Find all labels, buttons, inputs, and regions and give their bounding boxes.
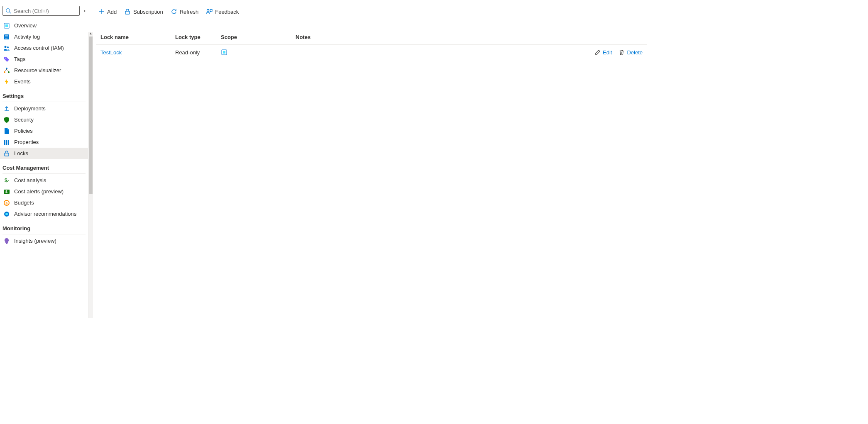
lock-name-link[interactable]: TestLock xyxy=(100,49,122,56)
toolbar-label: Subscription xyxy=(133,9,163,15)
bulb-icon xyxy=(3,238,10,244)
svg-rect-3 xyxy=(5,24,8,27)
svg-point-13 xyxy=(8,71,10,73)
svg-rect-17 xyxy=(6,140,7,145)
svg-line-1 xyxy=(10,12,11,14)
sidebar-item-label: Tags xyxy=(14,56,25,62)
search-input[interactable] xyxy=(14,8,77,14)
delete-label: Delete xyxy=(627,49,643,56)
locks-table: Lock name Lock type Scope Notes TestLock… xyxy=(96,31,647,60)
sidebar-item-label: Locks xyxy=(14,150,28,156)
visualizer-icon xyxy=(3,67,10,74)
toolbar: Add Subscription Refresh Feedback xyxy=(96,4,651,19)
sidebar-item-insights[interactable]: Insights (preview) xyxy=(0,235,88,246)
sidebar: ‹‹ Overview Activity log xyxy=(0,0,88,318)
dollar-icon: $ xyxy=(3,177,10,184)
sidebar-item-advisor[interactable]: Advisor recommendations xyxy=(0,208,88,219)
sidebar-item-label: Cost analysis xyxy=(14,177,46,183)
subscription-button[interactable]: Subscription xyxy=(124,8,163,15)
sidebar-item-label: Overview xyxy=(14,22,37,29)
sidebar-item-locks[interactable]: Locks xyxy=(0,148,88,159)
sidebar-item-label: Insights (preview) xyxy=(14,238,56,244)
advisor-icon xyxy=(3,211,10,217)
sidebar-item-cost-alerts[interactable]: $ Cost alerts (preview) xyxy=(0,186,88,197)
delete-button[interactable]: Delete xyxy=(619,49,643,56)
svg-point-12 xyxy=(4,71,5,73)
shield-icon xyxy=(3,117,10,123)
activity-log-icon xyxy=(3,34,10,40)
properties-icon xyxy=(3,139,10,146)
svg-rect-33 xyxy=(223,51,225,54)
feedback-button[interactable]: Feedback xyxy=(206,8,239,15)
upload-icon xyxy=(3,105,10,112)
sidebar-group-monitoring: Monitoring xyxy=(0,219,88,233)
toolbar-label: Feedback xyxy=(215,9,239,15)
sidebar-item-label: Events xyxy=(14,78,31,85)
tag-icon xyxy=(3,56,10,63)
sidebar-item-overview[interactable]: Overview xyxy=(0,20,88,31)
sidebar-item-cost-analysis[interactable]: $ Cost analysis xyxy=(0,175,88,186)
sidebar-item-security[interactable]: Security xyxy=(0,114,88,125)
refresh-icon xyxy=(171,8,177,15)
overview-icon xyxy=(3,22,10,29)
sidebar-item-activity-log[interactable]: Activity log xyxy=(0,31,88,42)
svg-rect-18 xyxy=(8,140,9,145)
svg-text:$: $ xyxy=(5,190,7,194)
svg-point-0 xyxy=(6,9,10,12)
sidebar-menu: Overview Activity log Access control (IA… xyxy=(0,20,88,318)
svg-point-10 xyxy=(5,58,6,58)
feedback-icon xyxy=(206,8,213,15)
col-lock-name: Lock name xyxy=(96,31,171,45)
sidebar-item-label: Resource visualizer xyxy=(14,67,61,73)
svg-point-9 xyxy=(7,46,9,48)
notes-cell xyxy=(291,45,580,60)
sidebar-group-settings: Settings xyxy=(0,87,88,101)
edit-label: Edit xyxy=(603,49,612,56)
sidebar-item-policies[interactable]: Policies xyxy=(0,125,88,136)
col-scope: Scope xyxy=(217,31,291,45)
sidebar-group-cost: Cost Management xyxy=(0,159,88,173)
col-notes: Notes xyxy=(291,31,580,45)
plus-icon xyxy=(98,8,105,15)
svg-point-8 xyxy=(5,46,7,48)
sidebar-item-label: Budgets xyxy=(14,200,34,206)
col-lock-type: Lock type xyxy=(171,31,217,45)
sidebar-item-label: Deployments xyxy=(14,105,46,112)
sidebar-item-label: Policies xyxy=(14,128,33,134)
sidebar-item-resource-visualizer[interactable]: Resource visualizer xyxy=(0,65,88,76)
lock-type-cell: Read-only xyxy=(171,45,217,60)
sidebar-item-label: Access control (IAM) xyxy=(14,45,64,51)
svg-rect-27 xyxy=(6,243,7,244)
sidebar-item-label: Activity log xyxy=(14,34,40,40)
svg-point-31 xyxy=(207,10,209,12)
svg-text:$: $ xyxy=(5,178,7,183)
sidebar-item-deployments[interactable]: Deployments xyxy=(0,103,88,114)
sidebar-item-access-control[interactable]: Access control (IAM) xyxy=(0,42,88,54)
toolbar-label: Add xyxy=(107,9,117,15)
toolbar-label: Refresh xyxy=(180,9,199,15)
refresh-button[interactable]: Refresh xyxy=(171,8,199,15)
svg-point-26 xyxy=(5,213,8,215)
table-row: TestLock Read-only xyxy=(96,45,647,60)
scope-icon xyxy=(221,49,287,56)
lightning-icon xyxy=(3,78,10,85)
sidebar-item-label: Security xyxy=(14,117,34,123)
sidebar-item-budgets[interactable]: $ Budgets xyxy=(0,197,88,208)
svg-rect-16 xyxy=(4,140,5,145)
svg-line-14 xyxy=(5,69,7,71)
search-box[interactable] xyxy=(2,6,80,16)
sidebar-item-label: Advisor recommendations xyxy=(14,211,76,217)
main-content: Add Subscription Refresh Feedback xyxy=(88,0,651,318)
collapse-sidebar-button[interactable]: ‹‹ xyxy=(84,8,86,14)
lock-icon xyxy=(3,150,10,157)
sidebar-item-events[interactable]: Events xyxy=(0,76,88,87)
svg-text:$: $ xyxy=(6,201,8,205)
add-button[interactable]: Add xyxy=(98,8,117,15)
sidebar-item-tags[interactable]: Tags xyxy=(0,54,88,65)
svg-point-11 xyxy=(6,68,7,69)
sidebar-item-properties[interactable]: Properties xyxy=(0,136,88,148)
budget-icon: $ xyxy=(3,200,10,206)
people-icon xyxy=(3,45,10,51)
lock-icon xyxy=(124,8,131,15)
edit-button[interactable]: Edit xyxy=(594,49,612,56)
